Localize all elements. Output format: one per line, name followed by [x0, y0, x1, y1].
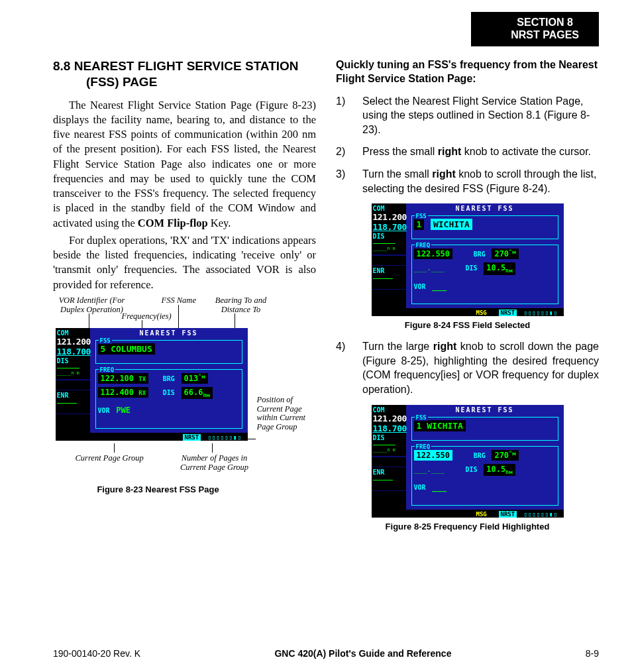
annot-vor: VOR Identifier (For Duplex Operation)	[56, 296, 129, 315]
footer-center: GNC 420(A) Pilot's Guide and Reference	[274, 648, 451, 659]
gps-display-fig24: COM 121.200 118.700 DIS ____n m ENR NEAR…	[372, 203, 564, 316]
annot-bearing: Bearing To and Distance To	[215, 296, 268, 315]
gps-title: NEAREST FSS	[90, 329, 248, 337]
steps-list: 1)Select the Nearest Flight Service Stat…	[336, 94, 599, 196]
brg-val: 013°ᴍ	[182, 373, 209, 384]
footer-left: 190-00140-20 Rev. K	[53, 648, 140, 659]
fss-value: 5 COLUMBUS	[98, 343, 155, 355]
freq-highlighted: 122.550	[414, 450, 453, 461]
gps-display-fig23: COM 121.200 118.700 DIS ____n m ENR	[56, 328, 248, 441]
com-active: 121.200	[57, 337, 89, 347]
dis2-val: 66.6nᴍ	[182, 387, 213, 399]
annot-currgroup: Current Page Group	[76, 454, 144, 463]
nrst-tag: NRST	[183, 434, 201, 441]
annot-fss-name: FSS Name	[162, 296, 196, 306]
rail-dis-lbl: DIS	[57, 357, 89, 364]
step-3: 3)Turn the small right knob to scroll th…	[336, 167, 599, 196]
right-column: Quickly tuning an FSS's frequency from t…	[336, 58, 599, 541]
fig23-caption: Figure 8-23 Nearest FSS Page	[56, 484, 261, 494]
rail-enr-lbl: ENR	[57, 392, 89, 399]
annot-pagepos: Position of Current Page within Current …	[257, 396, 315, 432]
section-header-tab: SECTION 8 NRST PAGES	[471, 12, 599, 46]
figure-8-23-wrap: VOR Identifier (For Duplex Operation) FS…	[56, 296, 314, 508]
freq-panel-lbl: FREQ	[99, 366, 116, 373]
annot-freq: Frequency(ies)	[122, 312, 172, 321]
gps-display-fig25: COM 121.200 118.700 DIS ____n m ENR NEAR…	[372, 405, 564, 518]
section-line2: NRST PAGES	[511, 28, 579, 41]
com-standby: 118.700	[57, 347, 89, 357]
fig24-caption: Figure 8-24 FSS Field Selected	[336, 320, 599, 330]
subheading: Quickly tuning an FSS's frequency from t…	[336, 58, 599, 86]
step-1: 1)Select the Nearest Flight Service Stat…	[336, 94, 599, 137]
freq1: 122.100 TX	[98, 373, 149, 384]
heading-line2: (FSS) PAGE	[53, 74, 316, 90]
section-heading: 8.8 NEAREST FLIGHT SERVICE STATION (FSS)…	[53, 58, 316, 90]
left-column: 8.8 NEAREST FLIGHT SERVICE STATION (FSS)…	[53, 58, 316, 541]
paragraph-2: For duplex operations, 'RX' and 'TX' ind…	[53, 233, 316, 292]
fss-value-highlighted: WICHITA	[431, 219, 472, 230]
footer-right: 8-9	[586, 648, 599, 659]
step-4: 4)Turn the large right knob to scroll do…	[336, 339, 599, 396]
section-line1: SECTION 8	[511, 16, 579, 28]
fig25-caption: Figure 8-25 Frequency Field Highlighted	[336, 522, 599, 532]
rail-com-lbl: COM	[57, 329, 89, 337]
freq2: 112.400 RX	[98, 387, 149, 398]
page-footer: 190-00140-20 Rev. K GNC 420(A) Pilot's G…	[53, 648, 599, 659]
paragraph-1: The Nearest Flight Service Station Page …	[53, 98, 316, 231]
steps-list-2: 4)Turn the large right knob to scroll do…	[336, 339, 599, 396]
step-2: 2)Press the small right knob to activate…	[336, 144, 599, 159]
page-dots: ▯▯▯▯▯▯▮▯	[208, 434, 242, 441]
fss-panel-lbl: FSS	[99, 337, 112, 344]
annot-numpages: Number of Pages in Current Page Group	[178, 454, 251, 473]
heading-line1: 8.8 NEAREST FLIGHT SERVICE STATION	[53, 59, 299, 73]
vor-val: PWE	[116, 406, 131, 415]
